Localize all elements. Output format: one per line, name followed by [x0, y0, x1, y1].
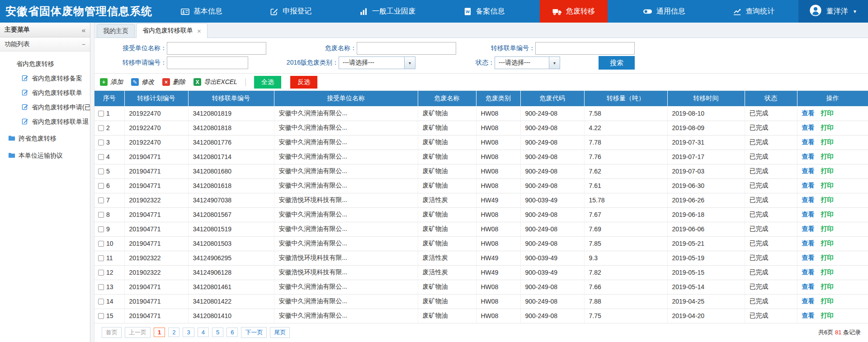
cell-date: 2019-04-25 [667, 294, 745, 309]
row-checkbox[interactable] [98, 183, 104, 189]
row-checkbox[interactable] [98, 313, 104, 319]
print-link[interactable]: 打印 [821, 283, 834, 290]
print-link[interactable]: 打印 [821, 109, 834, 117]
row-checkbox[interactable] [98, 299, 104, 305]
print-link[interactable]: 打印 [821, 196, 834, 203]
row-checkbox[interactable] [98, 154, 104, 160]
sidebar-splitter[interactable] [90, 23, 94, 342]
print-link[interactable]: 打印 [821, 268, 834, 276]
row-checkbox[interactable] [98, 111, 104, 117]
column-header-waste-code: 危废代码 [520, 91, 584, 106]
first-page-button[interactable]: 首页 [102, 327, 122, 338]
close-tab-icon[interactable]: × [197, 28, 201, 34]
cell-company: 安徽浩悦环境科技有限... [274, 251, 418, 265]
tree-node-province-transfer[interactable]: 省内危废转移 [0, 57, 90, 71]
print-link[interactable]: 打印 [821, 138, 834, 145]
nav-filing-info[interactable]: W 备案信息 [451, 0, 518, 23]
tree-item-transfer-apply[interactable]: 省内危废转移申请(已 [0, 100, 90, 115]
row-checkbox[interactable] [98, 255, 104, 261]
row-checkbox[interactable] [98, 226, 104, 232]
print-link[interactable]: 打印 [821, 167, 834, 174]
row-checkbox[interactable] [98, 125, 104, 131]
print-link[interactable]: 打印 [821, 254, 834, 261]
tab-manifest[interactable]: 省内危废转移联单 × [136, 23, 208, 38]
page-number-button[interactable]: 5 [212, 328, 223, 337]
view-link[interactable]: 查看 [802, 196, 815, 203]
view-link[interactable]: 查看 [802, 283, 815, 290]
apply-no-input[interactable] [167, 56, 248, 69]
row-checkbox[interactable] [98, 140, 104, 145]
print-link[interactable]: 打印 [821, 312, 834, 319]
nav-general-info[interactable]: 通用信息 [630, 0, 698, 23]
page-number-button[interactable]: 3 [183, 328, 194, 337]
cell-date: 2019-06-26 [667, 193, 745, 207]
nav-query-stats[interactable]: 查询统计 [720, 0, 787, 23]
row-checkbox[interactable] [98, 169, 104, 174]
print-link[interactable]: 打印 [821, 182, 834, 189]
pagination-summary: 共6页 81 条记录 [818, 328, 861, 337]
cell-plan-no: 201904771 [124, 294, 188, 309]
row-checkbox[interactable] [98, 270, 104, 276]
table-row: 1420190477134120801422安徽中久润滑油有限公...废矿物油H… [94, 294, 868, 309]
page-number-button[interactable]: 4 [198, 328, 209, 337]
tree-item-transfer-manifest[interactable]: 省内危废转移联单 [0, 86, 90, 100]
receiver-name-input[interactable] [167, 42, 266, 55]
print-link[interactable]: 打印 [821, 297, 834, 305]
nav-declaration[interactable]: 申报登记 [257, 0, 324, 23]
next-page-button[interactable]: 下一页 [241, 327, 267, 338]
tree-item-cross-province-transfer[interactable]: 跨省危废转移 [0, 131, 90, 146]
print-link[interactable]: 打印 [821, 124, 834, 131]
edit-button[interactable]: ✎ 修改 [131, 78, 154, 86]
tree-item-transfer-filing[interactable]: 省内危废转移备案 [0, 71, 90, 86]
cell-company: 安徽中久润滑油有限公... [274, 135, 418, 150]
print-link[interactable]: 打印 [821, 153, 834, 160]
last-page-button[interactable]: 尾页 [270, 327, 290, 338]
total-pages: 共6页 [818, 329, 833, 336]
prev-page-button[interactable]: 上一页 [125, 327, 151, 338]
view-link[interactable]: 查看 [802, 225, 815, 232]
view-link[interactable]: 查看 [802, 182, 815, 189]
waste-name-input[interactable] [357, 42, 456, 55]
cell-company: 安徽中久润滑油有限公... [274, 294, 418, 309]
view-link[interactable]: 查看 [802, 297, 815, 305]
row-checkbox[interactable] [98, 212, 104, 218]
status-select[interactable]: ---请选择--- ▾ [495, 56, 560, 69]
page-number-button[interactable]: 6 [226, 328, 238, 337]
view-link[interactable]: 查看 [802, 268, 815, 276]
collapse-sidebar-icon[interactable]: « [82, 26, 85, 34]
function-list-header[interactable]: 功能列表 − [0, 37, 90, 52]
row-checkbox[interactable] [98, 284, 104, 290]
view-link[interactable]: 查看 [802, 153, 815, 160]
view-link[interactable]: 查看 [802, 138, 815, 145]
invert-selection-button[interactable]: 反选 [290, 76, 317, 89]
view-link[interactable]: 查看 [802, 239, 815, 247]
tab-home[interactable]: 我的主页 [97, 24, 135, 37]
export-excel-button[interactable]: X 导出EXCEL [193, 78, 237, 86]
view-link[interactable]: 查看 [802, 254, 815, 261]
delete-button[interactable]: × 删除 [162, 78, 185, 86]
row-checkbox[interactable] [98, 197, 104, 203]
waste-category-select[interactable]: ---请选择--- ▾ [339, 56, 415, 69]
nav-industrial-waste[interactable]: 一般工业固废 [347, 0, 428, 23]
row-checkbox[interactable] [98, 241, 104, 247]
view-link[interactable]: 查看 [802, 109, 815, 117]
print-link[interactable]: 打印 [821, 239, 834, 247]
nav-hazardous-transfer[interactable]: 危废转移 [540, 0, 608, 23]
user-menu[interactable]: 董洋洋 ▼ [798, 0, 868, 23]
print-link[interactable]: 打印 [821, 211, 834, 218]
page-number-button[interactable]: 1 [154, 328, 165, 337]
manifest-no-input[interactable] [535, 42, 635, 55]
add-button[interactable]: + 添加 [100, 78, 123, 86]
view-link[interactable]: 查看 [802, 312, 815, 319]
page-number-button[interactable]: 2 [168, 328, 179, 337]
view-link[interactable]: 查看 [802, 167, 815, 174]
table-row: 1220190232234124906128安徽浩悦环境科技有限...废活性炭H… [94, 265, 868, 280]
view-link[interactable]: 查看 [802, 211, 815, 218]
view-link[interactable]: 查看 [802, 124, 815, 131]
nav-basic-info[interactable]: 基本信息 [168, 0, 235, 23]
select-all-button[interactable]: 全选 [254, 76, 281, 89]
tree-item-manifest-return[interactable]: 省内危废转移联单退 [0, 115, 90, 129]
print-link[interactable]: 打印 [821, 225, 834, 232]
search-button[interactable]: 搜索 [599, 56, 635, 70]
tree-item-transport-agreement[interactable]: 本单位运输协议 [0, 148, 90, 164]
